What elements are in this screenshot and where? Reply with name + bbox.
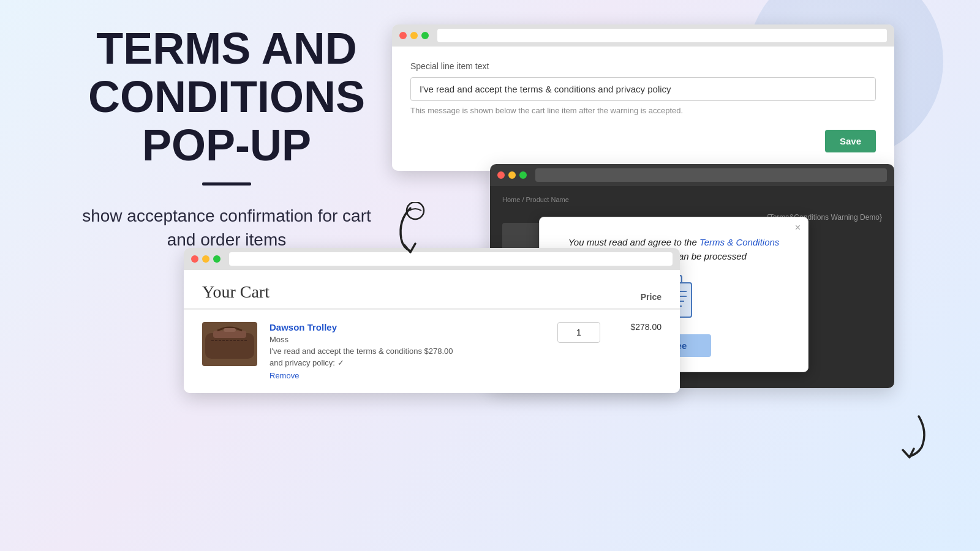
cart-item-privacy: and privacy policy: ✓ — [270, 358, 545, 367]
page-title: TERMS AND CONDITIONS POP-UP — [37, 24, 417, 170]
dot-yellow[interactable] — [410, 32, 418, 39]
popup-address-bar — [535, 168, 887, 182]
modal-close-button[interactable]: × — [795, 222, 801, 233]
cart-header: Your Cart Price — [184, 270, 680, 309]
quantity-input[interactable] — [557, 322, 600, 343]
cart-title: Your Cart — [202, 282, 270, 302]
title-underline — [202, 182, 251, 186]
arrow-pointer-1 — [392, 202, 441, 264]
cart-item-variant: Moss — [270, 335, 545, 344]
dot-green[interactable] — [421, 32, 429, 39]
cart-price-column-header: Price — [641, 292, 662, 302]
svg-rect-14 — [224, 328, 236, 332]
address-bar — [437, 29, 887, 42]
cart-price-inline: $278.00 — [424, 347, 453, 356]
dot-red[interactable] — [399, 32, 407, 39]
modal-text-before: You must read and agree to the — [568, 237, 699, 247]
arrow-pointer-2 — [876, 410, 931, 462]
cart-address-bar — [229, 252, 673, 266]
popup-dot-yellow[interactable] — [508, 171, 516, 179]
terms-link[interactable]: Terms & Conditions — [699, 237, 779, 247]
cart-item-details: Dawson Trolley Moss I've read and accept… — [270, 322, 545, 381]
cart-item-terms: I've read and accept the terms & conditi… — [270, 347, 545, 356]
cart-dot-red[interactable] — [191, 255, 198, 263]
cart-terms-text: I've read and accept the terms & conditi… — [270, 347, 422, 356]
settings-hint: This message is shown below the cart lin… — [410, 106, 876, 115]
popup-dot-green[interactable] — [519, 171, 527, 179]
subtitle: show acceptance confirmation for cartand… — [37, 204, 417, 252]
settings-content: Special line item text This message is s… — [392, 47, 894, 171]
settings-footer: Save — [410, 130, 876, 152]
popup-dot-red[interactable] — [497, 171, 505, 179]
settings-label: Special line item text — [410, 61, 876, 71]
dark-breadcrumb: Home / Product Name — [502, 196, 882, 203]
cart-item-name[interactable]: Dawson Trolley — [270, 322, 545, 332]
remove-link[interactable]: Remove — [270, 371, 299, 380]
cart-browser-window: Your Cart Price Dawson Tro — [184, 248, 680, 393]
settings-titlebar — [392, 24, 894, 47]
special-line-item-input[interactable] — [410, 77, 876, 101]
settings-browser-window: Special line item text This message is s… — [392, 24, 894, 171]
product-image — [202, 322, 257, 366]
cart-item-total: $278.00 — [612, 322, 662, 332]
save-button[interactable]: Save — [825, 130, 876, 152]
popup-titlebar — [490, 164, 894, 186]
cart-item-row: Dawson Trolley Moss I've read and accept… — [184, 310, 680, 393]
cart-dot-yellow[interactable] — [202, 255, 209, 263]
cart-dot-green[interactable] — [213, 255, 221, 263]
cart-content: Your Cart Price Dawson Tro — [184, 270, 680, 393]
